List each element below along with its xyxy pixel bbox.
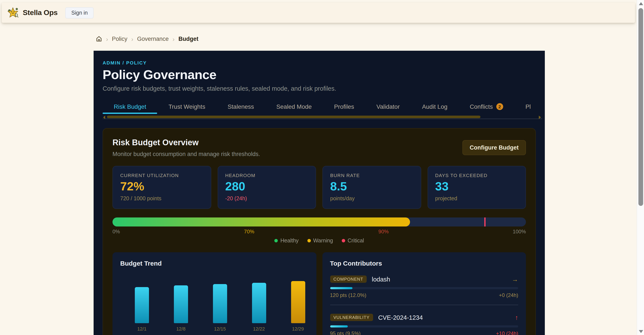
tab-strip: Risk BudgetTrust WeightsStalenessSealed … xyxy=(102,101,536,114)
tab-pl[interactable]: Pl xyxy=(514,101,536,114)
overview-title: Risk Budget Overview xyxy=(112,138,260,147)
tab-label: Conflicts xyxy=(470,103,493,110)
trend-bar-group-12-22: 12/22 xyxy=(252,283,266,323)
legend-item-healthy: Healthy xyxy=(274,238,298,244)
top-contributors-title: Top Contributors xyxy=(330,260,518,267)
scroll-left-icon[interactable] xyxy=(103,116,105,119)
utilization-bar-track xyxy=(112,217,526,226)
configure-budget-button[interactable]: Configure Budget xyxy=(462,140,526,155)
stat-value: 280 xyxy=(225,180,308,193)
utilization-legend: HealthyWarningCritical xyxy=(112,238,526,244)
contributor-row-lodash[interactable]: COMPONENTlodash→120 pts (12.0%)+0 (24h) xyxy=(330,275,518,298)
tab-audit-log[interactable]: Audit Log xyxy=(411,101,458,114)
budget-trend-chart: 12/112/812/1512/2212/29 xyxy=(120,281,308,323)
stat-card-headroom: HEADROOM280-20 (24h) xyxy=(218,166,316,209)
legend-label: Healthy xyxy=(280,238,298,244)
breadcrumb-link-policy[interactable]: Policy xyxy=(112,36,127,42)
legend-label: Warning xyxy=(313,238,333,244)
overview-sub-grid: Budget Trend 12/112/812/1512/2212/29 Top… xyxy=(112,252,526,335)
trend-x-label: 12/1 xyxy=(138,326,146,331)
tab-scrollbar[interactable] xyxy=(102,116,542,119)
stat-subtext: 720 / 1000 points xyxy=(120,196,203,202)
trend-up-icon: ↑ xyxy=(515,314,518,321)
trend-bar-group-12-8: 12/8 xyxy=(174,285,188,323)
tab-label: Trust Weights xyxy=(168,103,205,110)
tab-label: Pl xyxy=(526,103,531,110)
page-subtitle: Configure risk budgets, trust weights, s… xyxy=(102,85,536,92)
tab-staleness[interactable]: Staleness xyxy=(216,101,265,114)
axis-label-0: 0% xyxy=(112,229,120,235)
chevron-right-icon: › xyxy=(131,36,133,42)
scrollbar-up-icon[interactable] xyxy=(639,2,643,5)
trend-bar-group-12-29: 12/29 xyxy=(291,281,305,323)
axis-label-70: 70% xyxy=(244,229,254,235)
tab-label: Staleness xyxy=(228,103,254,110)
contributor-stats: 120 pts (12.0%)+0 (24h) xyxy=(330,292,518,298)
axis-label-90: 90% xyxy=(378,229,389,235)
legend-label: Critical xyxy=(348,238,364,244)
topbar: Stella Ops Sign in xyxy=(2,3,635,23)
tab-risk-budget[interactable]: Risk Budget xyxy=(102,101,157,114)
stat-label: CURRENT UTILIZATION xyxy=(120,173,203,178)
contributor-type-badge: VULNERABILITY xyxy=(330,314,373,321)
contributor-bar-track xyxy=(330,287,518,289)
stat-subtext: points/day xyxy=(330,196,413,202)
breadcrumb-link-governance[interactable]: Governance xyxy=(137,36,169,42)
tab-scrollbar-thumb[interactable] xyxy=(107,116,480,118)
trend-x-label: 12/29 xyxy=(292,326,304,331)
contributor-points: 95 pts (9.5%) xyxy=(330,330,361,335)
tab-validator[interactable]: Validator xyxy=(365,101,411,114)
trend-x-label: 12/8 xyxy=(176,326,186,331)
arrow-right-icon: → xyxy=(512,275,518,283)
budget-trend-card: Budget Trend 12/112/812/1512/2212/29 xyxy=(112,252,316,335)
tab-trust-weights[interactable]: Trust Weights xyxy=(157,101,216,114)
breadcrumb-current: Budget xyxy=(178,36,198,42)
overview-card-titles: Risk Budget Overview Monitor budget cons… xyxy=(112,138,260,157)
legend-dot-icon xyxy=(342,239,345,242)
stats-grid: CURRENT UTILIZATION72%720 / 1000 pointsH… xyxy=(112,166,526,209)
contributor-name: lodash xyxy=(372,276,390,282)
top-contributors-card: Top Contributors COMPONENTlodash→120 pts… xyxy=(322,252,526,335)
stat-subtext: -20 (24h) xyxy=(225,196,308,202)
contributor-row-cve-2024-1234[interactable]: VULNERABILITYCVE-2024-1234↑95 pts (9.5%)… xyxy=(330,314,518,335)
trend-x-label: 12/22 xyxy=(253,326,265,331)
contributor-type-badge: COMPONENT xyxy=(330,275,367,283)
tab-profiles[interactable]: Profiles xyxy=(323,101,365,114)
contributor-name: CVE-2024-1234 xyxy=(378,314,423,321)
stella-ops-logo xyxy=(7,7,19,18)
contributor-delta: +10 (24h) xyxy=(496,330,518,335)
scroll-right-icon[interactable] xyxy=(539,116,541,119)
legend-dot-icon xyxy=(274,239,278,242)
trend-x-label: 12/15 xyxy=(214,326,226,331)
page-scrollbar-thumb[interactable] xyxy=(638,8,643,206)
contributor-points: 120 pts (12.0%) xyxy=(330,292,366,298)
home-icon[interactable] xyxy=(96,36,102,42)
trend-bar xyxy=(252,283,266,323)
page-scrollbar[interactable] xyxy=(637,0,644,335)
stat-subtext: projected xyxy=(435,196,518,202)
legend-item-critical: Critical xyxy=(342,238,364,244)
tab-sealed-mode[interactable]: Sealed Mode xyxy=(265,101,323,114)
budget-trend-title: Budget Trend xyxy=(120,260,308,267)
overview-subtitle: Monitor budget consumption and manage ri… xyxy=(112,151,260,157)
breadcrumb: › Policy › Governance › Budget xyxy=(96,36,644,42)
contributor-list: COMPONENTlodash→120 pts (12.0%)+0 (24h)V… xyxy=(330,275,518,335)
utilization-bar-fill xyxy=(112,217,410,226)
trend-bar xyxy=(291,281,305,323)
tab-label: Sealed Mode xyxy=(276,103,312,110)
overview-card-header: Risk Budget Overview Monitor budget cons… xyxy=(112,138,526,157)
stat-label: HEADROOM xyxy=(225,173,308,178)
critical-threshold-marker xyxy=(484,217,485,226)
page-root: Stella Ops Sign in › Policy › Governance… xyxy=(0,0,644,335)
tab-conflicts[interactable]: Conflicts2 xyxy=(458,101,514,114)
contributor-row-header: COMPONENTlodash→ xyxy=(330,275,518,283)
scrollbar-down-icon[interactable] xyxy=(639,330,643,333)
stat-card-current-utilization: CURRENT UTILIZATION72%720 / 1000 points xyxy=(112,166,211,209)
sign-in-button[interactable]: Sign in xyxy=(65,7,94,18)
utilization-bar-section: 0%70%90%100% HealthyWarningCritical xyxy=(112,217,526,244)
active-tab-underline xyxy=(102,113,157,114)
trend-bar xyxy=(213,284,227,323)
utilization-axis-labels: 0%70%90%100% xyxy=(112,229,526,235)
tab-label: Validator xyxy=(376,103,400,110)
brand-title: Stella Ops xyxy=(23,8,58,17)
